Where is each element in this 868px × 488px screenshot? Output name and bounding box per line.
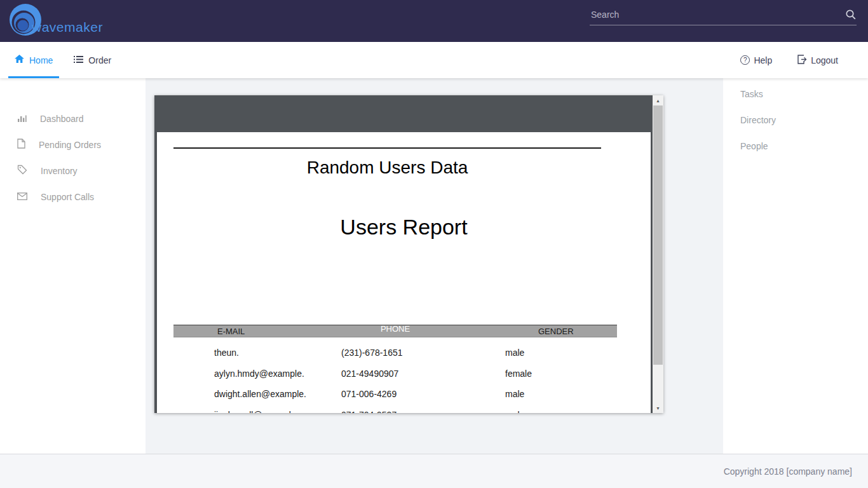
cell-phone: (231)-678-1651 xyxy=(341,348,403,358)
cell-email: jim.howell@example. xyxy=(214,410,298,413)
tab-home-label: Home xyxy=(29,55,53,65)
document-rule xyxy=(173,147,601,149)
pdf-viewport: Random Users Data Users Report E-MAIL PH… xyxy=(154,95,653,413)
table-row: dwight.allen@example. 071-006-4269 male xyxy=(173,384,617,405)
document-icon xyxy=(17,139,25,151)
sidebar-item-tasks[interactable]: Tasks xyxy=(723,81,868,107)
home-icon xyxy=(15,55,24,65)
logout-button[interactable]: Logout xyxy=(797,55,838,66)
pdf-viewer: Random Users Data Users Report E-MAIL PH… xyxy=(154,95,663,413)
help-label: Help xyxy=(754,55,772,65)
cell-phone: 021-49490907 xyxy=(341,369,398,379)
pdf-page: Random Users Data Users Report E-MAIL PH… xyxy=(157,132,651,413)
tab-order-label: Order xyxy=(88,55,111,65)
envelope-icon xyxy=(17,192,27,202)
sidebar-item-label: People xyxy=(740,141,768,151)
users-table: E-MAIL PHONE GENDER theun. (231)-678-165… xyxy=(173,325,617,413)
sidebar-item-label: Directory xyxy=(740,115,776,125)
page-footer: Copyright 2018 [company name] xyxy=(0,454,868,488)
sidebar-item-directory[interactable]: Directory xyxy=(723,107,868,133)
cell-email: dwight.allen@example. xyxy=(214,389,306,399)
scroll-down-button[interactable]: ▼ xyxy=(653,403,663,413)
copyright-text: Copyright 2018 [company name] xyxy=(724,466,852,477)
right-sidebar: Tasks Directory People xyxy=(723,78,868,454)
logout-label: Logout xyxy=(811,55,838,65)
table-row: jim.howell@example. 071-704-9537 male xyxy=(173,405,617,414)
list-icon xyxy=(74,55,83,65)
document-subtitle: Users Report xyxy=(157,215,651,240)
cell-gender: male xyxy=(505,410,524,413)
top-navbar: Home Order ? Help Logout xyxy=(0,42,868,78)
document-title: Random Users Data xyxy=(173,158,601,178)
cell-gender: female xyxy=(505,369,532,379)
logo-text: wavemaker xyxy=(32,20,103,35)
tab-home[interactable]: Home xyxy=(8,42,59,78)
logout-icon xyxy=(797,55,807,66)
search-bar xyxy=(590,9,857,25)
content-area: Dashboard Pending Orders Inventory xyxy=(0,78,868,454)
tab-order[interactable]: Order xyxy=(67,42,118,78)
cell-email: theun. xyxy=(214,348,239,358)
cell-phone: 071-006-4269 xyxy=(341,389,397,399)
left-sidebar: Dashboard Pending Orders Inventory xyxy=(0,78,146,454)
app-logo: wavemaker xyxy=(9,4,103,39)
tag-icon xyxy=(17,165,27,177)
sidebar-item-label: Inventory xyxy=(41,166,78,176)
search-icon[interactable] xyxy=(845,9,857,20)
sidebar-item-support-calls[interactable]: Support Calls xyxy=(0,184,146,210)
cell-email: aylyn.hmdy@example. xyxy=(214,369,304,379)
users-table-body: theun. (231)-678-1651 male aylyn.hmdy@ex… xyxy=(173,342,617,413)
navbar-actions: ? Help Logout xyxy=(740,42,868,78)
main-content: Random Users Data Users Report E-MAIL PH… xyxy=(146,78,723,454)
column-header-gender: GENDER xyxy=(538,325,574,338)
sidebar-item-label: Tasks xyxy=(740,89,763,99)
sidebar-item-inventory[interactable]: Inventory xyxy=(0,158,146,184)
sidebar-item-label: Dashboard xyxy=(40,114,84,124)
sidebar-item-label: Support Calls xyxy=(41,192,94,202)
users-table-header: E-MAIL PHONE GENDER xyxy=(173,325,617,337)
cell-gender: male xyxy=(505,348,524,358)
search-input[interactable] xyxy=(590,9,845,20)
sidebar-item-pending-orders[interactable]: Pending Orders xyxy=(0,132,146,158)
sidebar-item-dashboard[interactable]: Dashboard xyxy=(0,105,146,132)
app-header: wavemaker xyxy=(0,0,868,42)
sidebar-item-label: Pending Orders xyxy=(39,140,101,150)
table-row: theun. (231)-678-1651 male xyxy=(173,342,617,363)
cell-gender: male xyxy=(505,389,524,399)
help-icon: ? xyxy=(740,55,750,65)
cell-phone: 071-704-9537 xyxy=(341,410,397,413)
scrollbar-thumb[interactable] xyxy=(653,105,663,365)
pdf-scrollbar[interactable]: ▲ ▼ xyxy=(653,95,663,413)
sidebar-item-people[interactable]: People xyxy=(723,133,868,159)
bar-chart-icon xyxy=(17,113,27,125)
scroll-up-button[interactable]: ▲ xyxy=(653,95,663,105)
table-row: aylyn.hmdy@example. 021-49490907 female xyxy=(173,363,617,384)
help-button[interactable]: ? Help xyxy=(740,55,772,65)
